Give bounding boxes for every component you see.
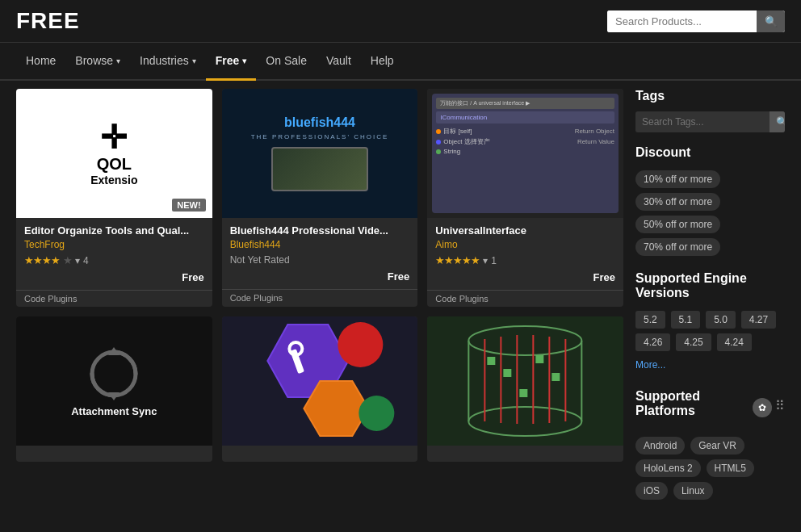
card-body-universal: UniversalInterface Aimo ★★★★★ ▾ 1 Free xyxy=(427,218,623,290)
platform-linux[interactable]: Linux xyxy=(673,482,713,500)
universal-row1: 目标 [self] Return Object xyxy=(436,127,614,136)
card-price-bluefish: Free xyxy=(388,270,409,283)
engine-title: Supported Engine Versions xyxy=(635,271,785,300)
card-image-bluefish: bluefish444 THE PROFESSIONALS' CHOICE xyxy=(222,89,418,218)
discount-section: Discount 10% off or more 30% off or more… xyxy=(635,145,785,258)
product-card-qol[interactable]: ✛ QOL Extensio NEW! Editor Organize Tool… xyxy=(16,89,212,307)
card-spacer-hex xyxy=(222,446,418,462)
card-tag-universal: Code Plugins xyxy=(427,290,623,307)
card-body-qol: Editor Organize Tools and Qual... TechFr… xyxy=(16,218,212,290)
card-price-row-bluefish: Free xyxy=(230,270,410,283)
discount-title: Discount xyxy=(635,145,785,160)
card-title-qol: Editor Organize Tools and Qual... xyxy=(24,224,204,237)
universal-row3: String xyxy=(436,148,614,155)
hex-svg xyxy=(222,316,418,446)
discount-10[interactable]: 10% off or more xyxy=(635,170,720,188)
rating-count-universal: 1 xyxy=(491,255,497,266)
tags-section: Tags 🔍 xyxy=(635,89,785,132)
bluefish-tagline: THE PROFESSIONALS' CHOICE xyxy=(251,133,389,140)
svg-rect-20 xyxy=(536,355,544,363)
engine-424[interactable]: 4.24 xyxy=(717,333,752,351)
engine-425[interactable]: 4.25 xyxy=(676,333,711,351)
rating-dropdown-qol[interactable]: ▾ xyxy=(75,255,80,266)
engine-50[interactable]: 5.0 xyxy=(706,311,736,329)
nav-free[interactable]: Free ▾ xyxy=(206,43,257,81)
product-card-hex[interactable] xyxy=(222,316,418,462)
qol-label: QOL xyxy=(97,155,132,174)
platform-hololens2[interactable]: HoloLens 2 xyxy=(635,459,701,477)
search-input[interactable] xyxy=(607,10,757,32)
platforms-title: Supported Platforms xyxy=(635,389,753,418)
sidebar: Tags 🔍 Discount 10% off or more 30% off … xyxy=(635,89,785,515)
product-card-drum[interactable] xyxy=(427,316,623,462)
platforms-title-row: Supported Platforms ✿ ⠿ xyxy=(635,389,785,426)
universal-icomm: ICommunication xyxy=(436,111,614,124)
platform-dots-icon[interactable]: ⠿ xyxy=(775,398,785,417)
card-tag-qol: Code Plugins xyxy=(16,290,212,307)
main-content: ✛ QOL Extensio NEW! Editor Organize Tool… xyxy=(0,81,801,523)
search-button[interactable]: 🔍 xyxy=(757,10,785,32)
qol-extension-label: Extensio xyxy=(90,174,137,186)
rating-count-qol: 4 xyxy=(83,255,89,266)
nav-browse[interactable]: Browse ▾ xyxy=(65,43,130,81)
svg-rect-19 xyxy=(504,369,512,377)
tags-title: Tags xyxy=(635,89,785,103)
star-empty-qol: ★ xyxy=(63,254,72,266)
product-card-attachment[interactable]: Attachment Sync xyxy=(16,316,212,462)
search-bar: 🔍 xyxy=(607,10,785,32)
card-author-bluefish: Bluefish444 xyxy=(230,239,410,250)
card-price-row-qol: Free xyxy=(24,271,204,283)
card-body-bluefish: Bluefish444 Professional Vide... Bluefis… xyxy=(222,218,418,289)
svg-rect-22 xyxy=(520,389,528,397)
nav-onsale[interactable]: On Sale xyxy=(256,43,317,81)
platform-gearvr[interactable]: Gear VR xyxy=(690,437,744,455)
card-price-row-universal: Free xyxy=(435,271,615,283)
products-grid-container: ✛ QOL Extensio NEW! Editor Organize Tool… xyxy=(16,89,623,515)
product-card-bluefish[interactable]: bluefish444 THE PROFESSIONALS' CHOICE Bl… xyxy=(222,89,418,307)
card-author-qol: TechFrog xyxy=(24,239,204,250)
attachment-label: Attachment Sync xyxy=(71,405,157,417)
discount-30[interactable]: 30% off or more xyxy=(635,193,720,211)
svg-point-3 xyxy=(338,322,383,367)
nav-help[interactable]: Help xyxy=(361,43,404,81)
new-badge: NEW! xyxy=(172,199,205,212)
svg-rect-21 xyxy=(552,373,560,381)
svg-rect-18 xyxy=(488,357,496,365)
card-image-attachment: Attachment Sync xyxy=(16,316,212,446)
card-image-qol: ✛ QOL Extensio NEW! xyxy=(16,89,212,218)
bluefish-brand: bluefish444 xyxy=(284,115,355,130)
nav-home[interactable]: Home xyxy=(16,43,65,81)
tag-search-button[interactable]: 🔍 xyxy=(770,111,785,132)
engine-426[interactable]: 4.26 xyxy=(635,333,670,351)
platforms-section: Supported Platforms ✿ ⠿ Android Gear VR … xyxy=(635,389,785,502)
card-rating-qol: ★★★★★ ▾ 4 xyxy=(24,254,204,266)
tag-search-input[interactable] xyxy=(635,111,770,132)
universal-row2: Object 选择资产 Return Value xyxy=(436,137,614,146)
nav-vault[interactable]: Vault xyxy=(317,43,361,81)
engine-52[interactable]: 5.2 xyxy=(635,311,665,329)
card-image-hex xyxy=(222,316,418,446)
platform-icons-row: ✿ ⠿ xyxy=(753,398,785,417)
card-image-universal: 万能的接口 / A universal interface ▶ ICommuni… xyxy=(427,89,623,218)
free-chevron: ▾ xyxy=(242,57,246,65)
nav-industries[interactable]: Industries ▾ xyxy=(130,43,206,81)
stars-qol: ★★★★ xyxy=(24,254,60,266)
rating-dropdown-universal[interactable]: ▾ xyxy=(483,255,488,266)
platform-ios[interactable]: iOS xyxy=(635,482,668,500)
industries-chevron: ▾ xyxy=(192,57,196,65)
card-spacer-drum xyxy=(427,446,623,462)
engine-more[interactable]: More... xyxy=(635,356,665,374)
product-card-universal[interactable]: 万能的接口 / A universal interface ▶ ICommuni… xyxy=(427,89,623,307)
card-author-universal: Aimo xyxy=(435,239,615,250)
engine-427[interactable]: 4.27 xyxy=(741,311,776,329)
platform-html5[interactable]: HTML5 xyxy=(707,459,754,477)
platform-android[interactable]: Android xyxy=(635,437,685,455)
drum-svg xyxy=(427,316,623,446)
discount-70[interactable]: 70% off or more xyxy=(635,238,720,256)
tag-search-bar: 🔍 xyxy=(635,111,785,132)
discount-50[interactable]: 50% off or more xyxy=(635,216,720,233)
card-image-drum xyxy=(427,316,623,446)
engine-section: Supported Engine Versions 5.2 5.1 5.0 4.… xyxy=(635,271,785,376)
card-price-universal: Free xyxy=(593,271,615,283)
engine-51[interactable]: 5.1 xyxy=(671,311,701,329)
